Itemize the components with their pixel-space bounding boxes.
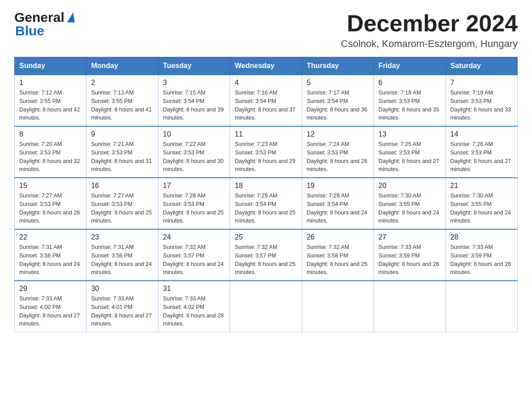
sunrise-label: Sunrise: 7:33 AM [378,244,421,250]
day-info: Sunrise: 7:20 AM Sunset: 3:53 PM Dayligh… [19,140,82,174]
week-row: 8 Sunrise: 7:20 AM Sunset: 3:53 PM Dayli… [15,126,518,178]
page-header: General Blue December 2024 Csolnok, Koma… [14,11,518,50]
day-number: 27 [378,233,441,241]
day-info: Sunrise: 7:30 AM Sunset: 3:55 PM Dayligh… [378,192,441,225]
day-of-week-header: Tuesday [158,57,230,75]
logo-general-text: General [14,11,75,24]
day-info: Sunrise: 7:33 AM Sunset: 4:02 PM Dayligh… [163,295,225,328]
day-of-week-header: Monday [86,57,158,75]
calendar-cell: 25 Sunrise: 7:32 AM Sunset: 3:57 PM Dayl… [230,229,302,281]
sunset-label: Sunset: 3:53 PM [91,150,132,156]
calendar-cell: 15 Sunrise: 7:27 AM Sunset: 3:53 PM Dayl… [15,178,86,229]
calendar-cell: 10 Sunrise: 7:22 AM Sunset: 3:53 PM Dayl… [158,126,230,178]
daylight-label: Daylight: 8 hours and 36 minutes. [307,107,368,121]
calendar-cell: 29 Sunrise: 7:33 AM Sunset: 4:00 PM Dayl… [15,281,86,332]
sunset-label: Sunset: 4:00 PM [19,304,60,310]
sunrise-label: Sunrise: 7:27 AM [91,193,133,199]
sunset-label: Sunset: 3:53 PM [378,150,420,156]
daylight-label: Daylight: 8 hours and 24 minutes. [307,210,368,224]
calendar-cell: 31 Sunrise: 7:33 AM Sunset: 4:02 PM Dayl… [158,281,230,332]
sunset-label: Sunset: 4:01 PM [91,304,132,310]
day-info: Sunrise: 7:32 AM Sunset: 3:57 PM Dayligh… [235,243,297,277]
day-info: Sunrise: 7:12 AM Sunset: 3:55 PM Dayligh… [19,89,82,122]
day-number: 18 [235,182,297,190]
daylight-label: Daylight: 8 hours and 26 minutes. [450,261,511,276]
day-number: 13 [378,130,441,138]
calendar-cell: 12 Sunrise: 7:24 AM Sunset: 3:53 PM Dayl… [302,126,373,178]
day-number: 12 [307,130,369,138]
sunset-label: Sunset: 3:53 PM [91,201,132,207]
sunrise-label: Sunrise: 7:16 AM [235,90,277,96]
day-number: 11 [235,130,297,138]
day-info: Sunrise: 7:30 AM Sunset: 3:55 PM Dayligh… [450,192,513,225]
daylight-label: Daylight: 8 hours and 24 minutes. [450,210,511,224]
sunrise-label: Sunrise: 7:32 AM [307,244,349,250]
sunset-label: Sunset: 3:53 PM [378,98,420,104]
day-info: Sunrise: 7:29 AM Sunset: 3:54 PM Dayligh… [307,192,369,225]
calendar-cell: 11 Sunrise: 7:23 AM Sunset: 3:53 PM Dayl… [230,126,302,178]
day-info: Sunrise: 7:32 AM Sunset: 3:58 PM Dayligh… [307,243,369,277]
daylight-label: Daylight: 8 hours and 39 minutes. [163,107,224,121]
calendar-cell: 9 Sunrise: 7:21 AM Sunset: 3:53 PM Dayli… [86,126,158,178]
day-info: Sunrise: 7:13 AM Sunset: 3:55 PM Dayligh… [91,89,153,122]
daylight-label: Daylight: 8 hours and 42 minutes. [19,107,80,121]
day-number: 4 [235,79,297,87]
sunset-label: Sunset: 3:54 PM [307,98,348,104]
daylight-label: Daylight: 8 hours and 27 minutes. [450,158,511,173]
daylight-label: Daylight: 8 hours and 26 minutes. [19,210,80,224]
sunrise-label: Sunrise: 7:13 AM [91,90,133,96]
sunset-label: Sunset: 3:53 PM [19,150,60,156]
day-number: 3 [163,79,225,87]
day-number: 15 [19,182,82,190]
sunrise-label: Sunrise: 7:27 AM [19,193,62,199]
title-area: December 2024 Csolnok, Komarom-Esztergom… [341,11,518,50]
sunrise-label: Sunrise: 7:17 AM [307,90,349,96]
daylight-label: Daylight: 8 hours and 27 minutes. [19,313,80,327]
calendar-cell: 16 Sunrise: 7:27 AM Sunset: 3:53 PM Dayl… [86,178,158,229]
day-number: 10 [163,130,225,138]
logo-blue-text: Blue [15,24,44,38]
day-number: 1 [19,79,82,87]
day-number: 19 [307,182,369,190]
sunset-label: Sunset: 3:59 PM [378,253,420,259]
sunset-label: Sunset: 3:55 PM [450,201,492,207]
calendar-cell: 19 Sunrise: 7:29 AM Sunset: 3:54 PM Dayl… [302,178,373,229]
daylight-label: Daylight: 8 hours and 32 minutes. [19,158,80,173]
day-info: Sunrise: 7:15 AM Sunset: 3:54 PM Dayligh… [163,89,225,122]
logo-triangle-icon [67,13,75,22]
day-info: Sunrise: 7:33 AM Sunset: 3:59 PM Dayligh… [450,243,513,277]
sunset-label: Sunset: 3:53 PM [19,201,60,207]
calendar-cell [446,281,517,332]
daylight-label: Daylight: 8 hours and 31 minutes. [91,158,152,173]
sunset-label: Sunset: 3:54 PM [163,98,204,104]
sunrise-label: Sunrise: 7:25 AM [378,141,421,147]
day-info: Sunrise: 7:27 AM Sunset: 3:53 PM Dayligh… [19,192,82,225]
calendar-cell: 7 Sunrise: 7:19 AM Sunset: 3:53 PM Dayli… [446,75,517,126]
day-number: 9 [91,130,153,138]
sunrise-label: Sunrise: 7:21 AM [91,141,133,147]
sunset-label: Sunset: 3:54 PM [307,201,348,207]
day-info: Sunrise: 7:32 AM Sunset: 3:57 PM Dayligh… [163,243,225,277]
day-of-week-header: Thursday [302,57,373,75]
day-info: Sunrise: 7:25 AM Sunset: 3:53 PM Dayligh… [378,140,441,174]
day-number: 7 [450,79,513,87]
calendar-cell: 28 Sunrise: 7:33 AM Sunset: 3:59 PM Dayl… [446,229,517,281]
sunset-label: Sunset: 3:53 PM [307,150,348,156]
day-info: Sunrise: 7:17 AM Sunset: 3:54 PM Dayligh… [307,89,369,122]
day-of-week-header: Sunday [15,57,86,75]
sunset-label: Sunset: 3:55 PM [91,98,132,104]
day-info: Sunrise: 7:31 AM Sunset: 3:56 PM Dayligh… [19,243,82,277]
calendar-cell: 17 Sunrise: 7:28 AM Sunset: 3:53 PM Dayl… [158,178,230,229]
day-info: Sunrise: 7:31 AM Sunset: 3:56 PM Dayligh… [91,243,153,277]
day-number: 6 [378,79,441,87]
sunrise-label: Sunrise: 7:29 AM [307,193,349,199]
calendar-cell: 26 Sunrise: 7:32 AM Sunset: 3:58 PM Dayl… [302,229,373,281]
day-info: Sunrise: 7:16 AM Sunset: 3:54 PM Dayligh… [235,89,297,122]
day-number: 21 [450,182,513,190]
days-header-row: SundayMondayTuesdayWednesdayThursdayFrid… [15,57,518,75]
daylight-label: Daylight: 8 hours and 25 minutes. [163,210,224,224]
logo: General Blue [14,11,75,38]
calendar-cell: 4 Sunrise: 7:16 AM Sunset: 3:54 PM Dayli… [230,75,302,126]
calendar-cell: 23 Sunrise: 7:31 AM Sunset: 3:56 PM Dayl… [86,229,158,281]
daylight-label: Daylight: 8 hours and 25 minutes. [235,261,296,276]
